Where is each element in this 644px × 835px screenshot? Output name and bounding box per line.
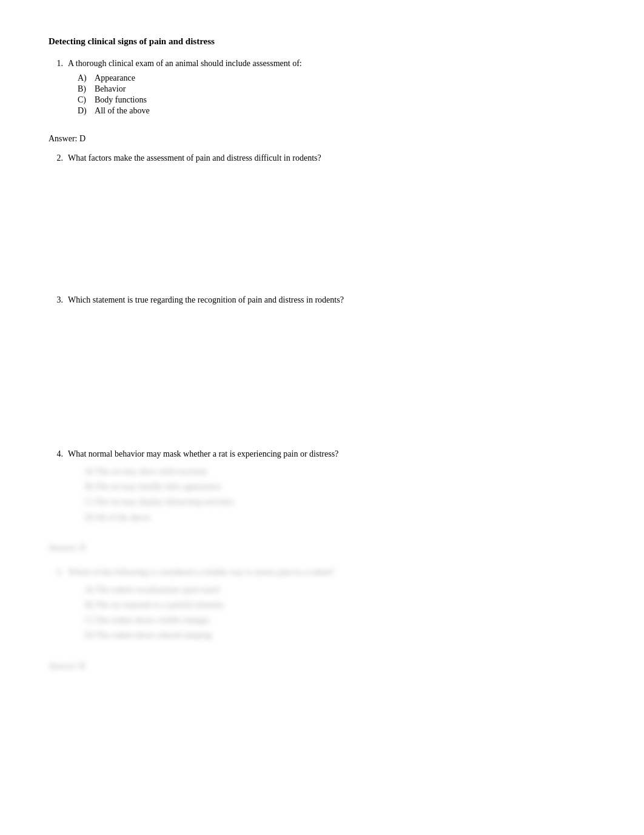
answer-4-blurred: Answer: D (49, 543, 595, 553)
q5-opt-d: D) The rodent shows altered sleeping (85, 628, 595, 643)
question-5-row: 5. Which of the following is considered … (49, 568, 595, 577)
page-title: Detecting clinical signs of pain and dis… (49, 36, 595, 47)
question-3-text: Which statement is true regarding the re… (68, 295, 595, 305)
option-1c-label: C) (78, 95, 86, 104)
q5-opt-b: B) The rat responds to a painful stimulu… (85, 597, 595, 612)
q4-opt-d: D) All of the above (85, 510, 595, 525)
q5-opt-a: A) The rodent vocalizations upon touch (85, 582, 595, 597)
option-1b-label: B) (78, 84, 86, 93)
option-1a: A) Appearance (78, 73, 595, 83)
question-3-number: 3. (49, 295, 63, 305)
question-4-number: 4. (49, 449, 63, 459)
answer-5-blurred: Answer: B (49, 662, 595, 671)
option-1d-label: D) (78, 106, 87, 115)
question-5-text: Which of the following is considered a r… (68, 568, 595, 577)
q4-opt-c: C) The rat may display distracting activ… (85, 494, 595, 509)
option-1c: C) Body functions (78, 95, 595, 105)
q4-opt-b: B) The rat may modify their appearance (85, 479, 595, 494)
question-1-options: A) Appearance B) Behavior C) Body functi… (78, 73, 595, 116)
option-1a-text: Appearance (95, 73, 135, 82)
question-2-number: 2. (49, 153, 63, 163)
option-1b: B) Behavior (78, 84, 595, 94)
question-1-number: 1. (49, 59, 63, 69)
option-1b-text: Behavior (95, 84, 126, 93)
question-2: 2. What factors make the assessment of p… (49, 153, 595, 277)
question-3: 3. Which statement is true regarding the… (49, 295, 595, 431)
answer-1: Answer: D (49, 134, 595, 144)
question-1: 1. A thorough clinical exam of an animal… (49, 59, 595, 116)
question-5-block: 5. Which of the following is considered … (49, 568, 595, 671)
question-2-space (49, 168, 595, 277)
q4-opt-a: A) The rat may show mild reactions (85, 464, 595, 479)
option-1d-text: All of the above (95, 106, 150, 115)
question-3-row: 3. Which statement is true regarding the… (49, 295, 595, 305)
question-2-row: 2. What factors make the assessment of p… (49, 153, 595, 163)
option-1c-text: Body functions (95, 95, 147, 104)
question-4: 4. What normal behavior may mask whether… (49, 449, 595, 525)
question-5-options-blurred: A) The rodent vocalizations upon touch B… (85, 582, 595, 643)
question-2-text: What factors make the assessment of pain… (68, 153, 595, 163)
question-5-number: 5. (49, 568, 63, 577)
question-4-options-blurred: A) The rat may show mild reactions B) Th… (85, 464, 595, 525)
question-3-space (49, 310, 595, 431)
question-1-text: A thorough clinical exam of an animal sh… (68, 59, 595, 69)
question-4-row: 4. What normal behavior may mask whether… (49, 449, 595, 459)
question-4-text: What normal behavior may mask whether a … (68, 449, 595, 459)
q5-opt-c: C) The rodent shows visible changes (85, 612, 595, 628)
option-1d: D) All of the above (78, 106, 595, 116)
page-container: Detecting clinical signs of pain and dis… (49, 36, 595, 671)
option-1a-label: A) (78, 73, 87, 82)
question-5: 5. Which of the following is considered … (49, 568, 595, 643)
question-1-row: 1. A thorough clinical exam of an animal… (49, 59, 595, 69)
